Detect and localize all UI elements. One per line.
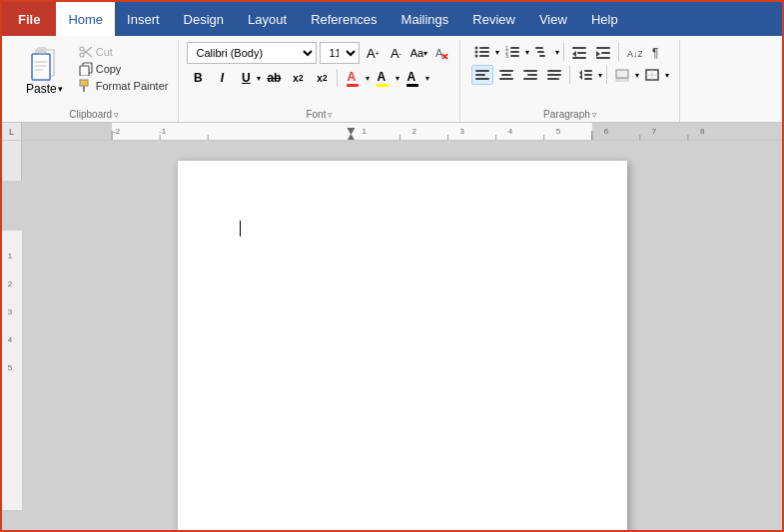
svg-text:1: 1 xyxy=(8,252,13,261)
menu-design[interactable]: Design xyxy=(172,2,236,36)
paste-button[interactable]: Paste ▾ xyxy=(20,44,69,98)
menu-mailings[interactable]: Mailings xyxy=(390,2,461,36)
decrease-indent-button[interactable] xyxy=(568,42,590,62)
menu-bar: File Home Insert Design Layout Reference… xyxy=(2,2,782,36)
para-row-1: ▾ 1. 2. 3. ▾ xyxy=(471,42,669,62)
svg-rect-65 xyxy=(22,123,112,140)
menu-home[interactable]: Home xyxy=(56,2,115,36)
justify-button[interactable] xyxy=(543,65,565,85)
tab-marker[interactable]: L xyxy=(2,123,22,141)
underline-button[interactable]: U xyxy=(235,67,257,89)
font-size-select[interactable]: 11 xyxy=(320,42,360,64)
strikethrough-button[interactable]: ab xyxy=(263,67,285,89)
svg-point-18 xyxy=(474,47,477,50)
svg-rect-40 xyxy=(596,57,610,59)
numbering-button[interactable]: 1. 2. 3. xyxy=(501,42,523,62)
svg-text:¶: ¶ xyxy=(652,46,658,59)
clear-format-btn[interactable]: A xyxy=(431,43,451,63)
svg-rect-61 xyxy=(616,79,628,81)
menu-file[interactable]: File xyxy=(2,2,56,36)
copy-button[interactable]: Copy xyxy=(75,61,173,77)
format-painter-button[interactable]: Format Painter xyxy=(75,78,173,94)
paste-area: Paste ▾ xyxy=(16,42,73,100)
svg-rect-49 xyxy=(523,70,537,72)
bold-button[interactable]: B xyxy=(187,67,209,89)
svg-rect-51 xyxy=(523,78,537,80)
svg-rect-59 xyxy=(584,78,592,80)
menu-layout[interactable]: Layout xyxy=(236,2,299,36)
cut-button[interactable]: Cut xyxy=(75,44,173,60)
separator-4 xyxy=(569,66,570,84)
separator-3 xyxy=(618,43,619,61)
svg-rect-27 xyxy=(510,51,519,53)
clipboard-expand-icon[interactable]: ▿ xyxy=(114,110,119,120)
svg-rect-12 xyxy=(80,66,89,76)
align-right-icon xyxy=(522,68,538,82)
svg-rect-14 xyxy=(83,86,85,92)
multilevel-dropdown[interactable]: ▾ xyxy=(555,48,559,57)
increase-font-btn[interactable]: A+ xyxy=(363,43,383,63)
shading-dropdown[interactable]: ▾ xyxy=(425,74,429,83)
svg-rect-33 xyxy=(572,47,586,49)
menu-references[interactable]: References xyxy=(299,2,389,36)
show-marks-button[interactable]: ¶ xyxy=(647,42,669,62)
svg-rect-44 xyxy=(475,74,485,76)
menu-review[interactable]: Review xyxy=(460,2,527,36)
menu-insert[interactable]: Insert xyxy=(115,2,172,36)
paragraph-expand-icon[interactable]: ▿ xyxy=(592,110,597,120)
change-case-btn[interactable]: Aa▾ xyxy=(408,43,428,63)
subscript-button[interactable]: x2 xyxy=(287,67,309,89)
svg-rect-36 xyxy=(572,57,586,59)
scissors-icon xyxy=(79,45,93,59)
copy-label: Copy xyxy=(96,63,122,75)
numbering-dropdown[interactable]: ▾ xyxy=(525,48,529,57)
shading-dropdown[interactable]: ▾ xyxy=(635,71,639,80)
font-color-indicator: A xyxy=(347,70,359,87)
multilevel-list-button[interactable] xyxy=(531,42,553,62)
page-content[interactable] xyxy=(178,161,627,296)
sort-icon: A↓Z xyxy=(626,45,642,59)
underline-dropdown[interactable]: ▾ xyxy=(257,74,261,83)
ribbon-group-paragraph: ▾ 1. 2. 3. ▾ xyxy=(460,40,680,122)
decrease-font-btn[interactable]: A- xyxy=(386,43,405,63)
shading-para-button[interactable] xyxy=(611,65,633,85)
menu-help[interactable]: Help xyxy=(579,2,630,36)
format-painter-label: Format Painter xyxy=(96,80,169,92)
font-row-1: Calibri (Body) 11 A+ A- Aa▾ A xyxy=(187,42,451,64)
align-left-button[interactable] xyxy=(471,65,493,85)
page-area xyxy=(22,141,782,530)
font-family-select[interactable]: Calibri (Body) xyxy=(187,42,317,64)
document-page[interactable] xyxy=(178,161,627,530)
sort-button[interactable]: A↓Z xyxy=(623,42,645,62)
document-area: 1 2 3 4 5 xyxy=(2,141,782,530)
para-row-2: ▾ ▾ ▾ xyxy=(471,65,669,85)
align-right-button[interactable] xyxy=(519,65,541,85)
font-color-dropdown[interactable]: ▾ xyxy=(366,74,370,83)
highlight-button[interactable]: A xyxy=(372,67,393,89)
shading-button[interactable]: A xyxy=(401,67,423,89)
bullets-button[interactable] xyxy=(471,42,493,62)
svg-point-20 xyxy=(474,51,477,54)
justify-icon xyxy=(546,68,562,82)
align-center-button[interactable] xyxy=(495,65,517,85)
font-color-button[interactable]: A xyxy=(342,67,364,89)
highlight-dropdown[interactable]: ▾ xyxy=(395,74,399,83)
svg-rect-93 xyxy=(2,510,22,530)
borders-button[interactable] xyxy=(641,65,663,85)
bullets-dropdown[interactable]: ▾ xyxy=(495,48,499,57)
line-spacing-dropdown[interactable]: ▾ xyxy=(598,71,602,80)
svg-text:7: 7 xyxy=(652,127,657,136)
shading-indicator: A xyxy=(406,70,418,87)
borders-dropdown[interactable]: ▾ xyxy=(665,71,669,80)
svg-rect-50 xyxy=(527,74,537,76)
ruler-track[interactable]: -2 -1 1 2 3 4 5 6 7 8 xyxy=(22,123,782,140)
font-expand-icon[interactable]: ▿ xyxy=(328,110,333,120)
clipboard-inner: Paste ▾ Cut xyxy=(16,42,172,107)
menu-view[interactable]: View xyxy=(527,2,579,36)
increase-indent-button[interactable] xyxy=(592,42,614,62)
paste-dropdown-arrow[interactable]: ▾ xyxy=(58,84,63,94)
line-spacing-button[interactable] xyxy=(574,65,596,85)
superscript-button[interactable]: x2 xyxy=(311,67,333,89)
italic-button[interactable]: I xyxy=(211,67,233,89)
paragraph-section: ▾ 1. 2. 3. ▾ xyxy=(471,42,669,107)
